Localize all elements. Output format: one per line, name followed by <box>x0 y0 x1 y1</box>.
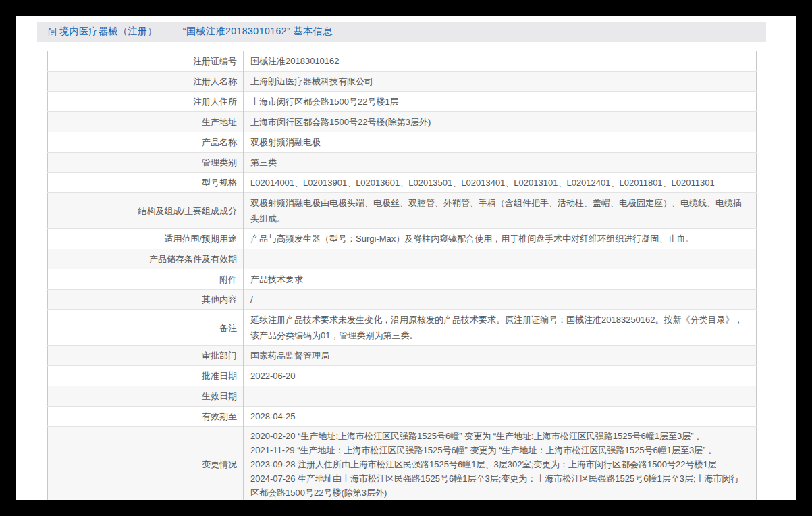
table-row-approval-department: 审批部门国家药品监督管理局 <box>48 346 757 366</box>
row-label-approval-date: 批准日期 <box>48 366 244 386</box>
row-label-storage-conditions-validity: 产品储存条件及有效期 <box>48 249 244 269</box>
row-value-remarks: 延续注册产品技术要求未发生变化，沿用原核发的产品技术要求。原注册证编号：国械注准… <box>244 310 757 346</box>
table-row-change-history: 变更情况2020-02-20 “生产地址:上海市松江区民强路1525号6幢” 变… <box>48 427 757 501</box>
row-value-approval-department: 国家药品监督管理局 <box>244 346 757 366</box>
row-value-structure-composition: 双极射频消融电极由电极头端、电极丝、双腔管、外鞘管、手柄（含组件把手、活动柱、盖… <box>244 193 757 229</box>
table-row-model-specifications: 型号规格L02014001、L02013901、L02013601、L02013… <box>48 173 757 193</box>
row-value-registrant-address: 上海市闵行区都会路1500号22号楼1层 <box>244 92 757 112</box>
row-label-other-content: 其他内容 <box>48 290 244 310</box>
row-value-approval-date: 2022-06-20 <box>244 366 757 386</box>
row-value-effective-date <box>244 386 757 407</box>
row-value-product-name: 双极射频消融电极 <box>244 132 757 153</box>
table-row-management-category: 管理类别第三类 <box>48 153 757 173</box>
row-label-production-address: 生产地址 <box>48 112 244 132</box>
document-icon <box>48 27 57 37</box>
table-row-registration-cert-number: 注册证编号国械注准20183010162 <box>48 51 757 72</box>
table-row-storage-conditions-validity: 产品储存条件及有效期 <box>48 249 757 269</box>
row-value-storage-conditions-validity <box>244 249 757 269</box>
row-value-intended-use: 产品与高频发生器（型号：Surgi-Max）及脊柱内窥镜配合使用，用于椎间盘手术… <box>244 229 757 249</box>
row-value-model-specifications: L02014001、L02013901、L02013601、L02013501、… <box>244 173 757 193</box>
row-label-registration-cert-number: 注册证编号 <box>48 51 244 72</box>
page-title: 境内医疗器械（注册） —— “国械注准20183010162” 基本信息 <box>59 26 333 38</box>
table-row-effective-date: 生效日期 <box>48 386 757 407</box>
row-label-registrant-name: 注册人名称 <box>48 72 244 92</box>
row-value-registration-cert-number: 国械注准20183010162 <box>244 51 757 72</box>
table-row-approval-date: 批准日期2022-06-20 <box>48 366 757 386</box>
row-value-change-history: 2020-02-20 “生产地址:上海市松江区民强路1525号6幢” 变更为 “… <box>244 427 757 501</box>
row-label-approval-department: 审批部门 <box>48 346 244 366</box>
row-label-model-specifications: 型号规格 <box>48 173 244 193</box>
table-row-remarks: 备注延续注册产品技术要求未发生变化，沿用原核发的产品技术要求。原注册证编号：国械… <box>48 310 757 346</box>
row-value-other-content: / <box>244 290 757 310</box>
row-label-valid-until: 有效期至 <box>48 407 244 427</box>
table-row-structure-composition: 结构及组成/主要组成成分双极射频消融电极由电极头端、电极丝、双腔管、外鞘管、手柄… <box>48 193 757 229</box>
row-value-management-category: 第三类 <box>244 153 757 173</box>
table-row-intended-use: 适用范围/预期用途产品与高频发生器（型号：Surgi-Max）及脊柱内窥镜配合使… <box>48 229 757 249</box>
row-label-effective-date: 生效日期 <box>48 386 244 407</box>
row-label-structure-composition: 结构及组成/主要组成成分 <box>48 193 244 229</box>
table-row-valid-until: 有效期至2028-04-25 <box>48 407 757 427</box>
row-value-attachments: 产品技术要求 <box>244 269 757 290</box>
table-row-production-address: 生产地址上海市闵行区都会路1500号22号楼(除第3层外) <box>48 112 757 132</box>
table-row-registrant-address: 注册人住所上海市闵行区都会路1500号22号楼1层 <box>48 92 757 112</box>
device-info-page: 境内医疗器械（注册） —— “国械注准20183010162” 基本信息 注册证… <box>16 16 796 500</box>
table-row-attachments: 附件产品技术要求 <box>48 269 757 290</box>
row-value-registrant-name: 上海朗迈医疗器械科技有限公司 <box>244 72 757 92</box>
table-row-product-name: 产品名称双极射频消融电极 <box>48 132 757 153</box>
row-value-production-address: 上海市闵行区都会路1500号22号楼(除第3层外) <box>244 112 757 132</box>
table-row-other-content: 其他内容/ <box>48 290 757 310</box>
row-label-change-history: 变更情况 <box>48 427 244 501</box>
row-label-management-category: 管理类别 <box>48 153 244 173</box>
info-table-body: 注册证编号国械注准20183010162注册人名称上海朗迈医疗器械科技有限公司注… <box>48 51 757 501</box>
row-label-registrant-address: 注册人住所 <box>48 92 244 112</box>
device-info-table: 注册证编号国械注准20183010162注册人名称上海朗迈医疗器械科技有限公司注… <box>47 51 757 500</box>
row-label-product-name: 产品名称 <box>48 132 244 153</box>
row-label-remarks: 备注 <box>48 310 244 346</box>
page-header-bar: 境内医疗器械（注册） —— “国械注准20183010162” 基本信息 <box>37 22 766 42</box>
table-row-registrant-name: 注册人名称上海朗迈医疗器械科技有限公司 <box>48 72 757 92</box>
row-label-intended-use: 适用范围/预期用途 <box>48 229 244 249</box>
row-label-attachments: 附件 <box>48 269 244 290</box>
row-value-valid-until: 2028-04-25 <box>244 407 757 427</box>
